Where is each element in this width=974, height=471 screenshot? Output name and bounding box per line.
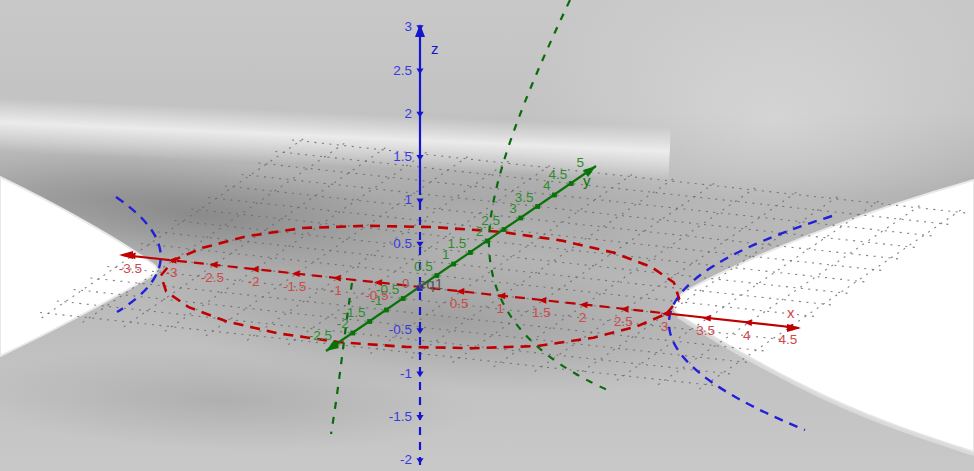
background-gap-right [674,180,974,452]
svg-text:0.5: 0.5 [450,296,469,311]
svg-text:0.5: 0.5 [414,259,433,274]
plot-canvas: -3.5-3-2.5-2-1.5-1-0.50.511.522.533.544.… [0,0,974,471]
svg-text:1: 1 [496,301,504,316]
geogebra-3d-view[interactable]: -3.5-3-2.5-2-1.5-1-0.50.511.522.533.544.… [0,0,974,471]
surface-label[interactable]: eq1 [418,275,443,292]
svg-text:1.5: 1.5 [393,149,412,164]
svg-text:-1.5: -1.5 [389,409,412,424]
svg-text:-1.5: -1.5 [342,305,365,320]
svg-text:3: 3 [661,319,669,334]
svg-text:-2: -2 [248,274,260,289]
svg-text:0.5: 0.5 [393,236,412,251]
svg-text:4: 4 [743,328,751,343]
svg-text:x: x [787,304,795,321]
svg-text:1: 1 [404,192,412,207]
svg-text:4.5: 4.5 [779,332,798,347]
svg-text:4.5: 4.5 [548,167,567,182]
svg-text:-2.5: -2.5 [201,270,224,285]
svg-text:-0.5: -0.5 [376,282,399,297]
svg-text:5: 5 [576,155,584,170]
svg-text:-0.5: -0.5 [389,322,412,337]
svg-text:3: 3 [404,19,412,34]
svg-text:2: 2 [404,106,412,121]
svg-text:2.5: 2.5 [614,314,633,329]
svg-text:2.5: 2.5 [393,63,412,78]
svg-text:2.5: 2.5 [481,213,500,228]
svg-text:3.5: 3.5 [515,190,534,205]
svg-text:z: z [431,40,439,57]
svg-text:-3: -3 [165,265,177,280]
svg-text:1.5: 1.5 [532,305,551,320]
svg-text:-2.5: -2.5 [309,328,332,343]
svg-text:3.5: 3.5 [696,323,715,338]
origin-label: 0 [402,276,409,291]
svg-text:-1.5: -1.5 [283,279,306,294]
svg-text:-1: -1 [400,366,412,381]
svg-text:-2: -2 [400,452,412,467]
svg-text:2: 2 [579,310,587,325]
svg-text:y: y [583,172,591,189]
svg-text:-3.5: -3.5 [119,261,142,276]
svg-text:-1: -1 [330,283,342,298]
svg-text:1.5: 1.5 [448,236,467,251]
